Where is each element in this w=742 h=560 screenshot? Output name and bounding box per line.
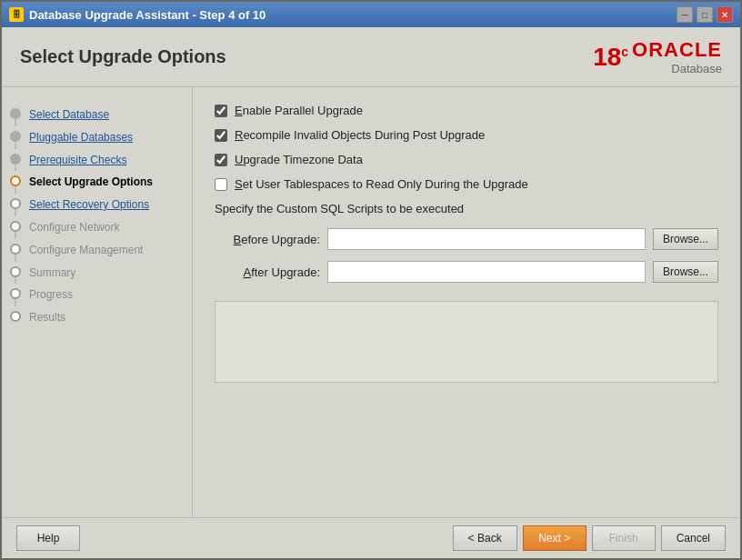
step-label-5[interactable]: Select Recovery Options bbox=[29, 194, 149, 216]
step-dot-9 bbox=[10, 288, 21, 299]
step-label-3[interactable]: Prerequisite Checks bbox=[29, 149, 126, 172]
before-browse-button[interactable]: Browse... bbox=[653, 228, 718, 250]
step-label-9: Progress bbox=[29, 284, 73, 306]
step-indicator-8 bbox=[2, 262, 29, 285]
after-upgrade-row: After Upgrade: Browse... bbox=[229, 261, 718, 283]
recompile-invalid-objects-label: Recompile Invalid Objects During Post Up… bbox=[235, 128, 485, 142]
sidebar-item-select-upgrade-options: Select Upgrade Options bbox=[2, 171, 192, 194]
sidebar-item-select-recovery-options[interactable]: Select Recovery Options bbox=[2, 194, 192, 216]
set-tablespaces-readonly-label: Set User Tablespaces to Read Only During… bbox=[235, 177, 528, 191]
title-controls[interactable]: ─ □ ✕ bbox=[677, 6, 733, 23]
step-indicator-7 bbox=[2, 239, 29, 262]
step-list: Select Database Pluggable Databases bbox=[2, 96, 192, 336]
sidebar-item-configure-management: Configure Management bbox=[2, 239, 192, 262]
step-line-9 bbox=[15, 299, 16, 306]
back-button[interactable]: < Back bbox=[453, 525, 517, 551]
sidebar-item-select-database[interactable]: Select Database bbox=[2, 104, 192, 126]
footer-nav-buttons: < Back Next > Finish Cancel bbox=[453, 525, 726, 551]
step-indicator-1 bbox=[2, 104, 29, 126]
option-row-3: Upgrade Timezone Data bbox=[215, 153, 718, 166]
next-button[interactable]: Next > bbox=[523, 525, 587, 551]
after-upgrade-label: After Upgrade: bbox=[229, 265, 320, 279]
sidebar: Select Database Pluggable Databases bbox=[2, 87, 193, 517]
sidebar-item-configure-network: Configure Network bbox=[2, 216, 192, 239]
content-area: Enable Parallel Upgrade Recompile Invali… bbox=[193, 87, 740, 517]
before-upgrade-label: Before Upgrade: bbox=[229, 233, 320, 246]
app-icon: 🗄 bbox=[9, 7, 24, 22]
enable-parallel-upgrade-label: Enable Parallel Upgrade bbox=[235, 104, 363, 117]
before-upgrade-row: Before Upgrade: Browse... bbox=[229, 228, 718, 250]
step-dot-5 bbox=[10, 198, 21, 209]
step-dot-10 bbox=[10, 311, 21, 322]
main-window: 🗄 Database Upgrade Assistant - Step 4 of… bbox=[0, 0, 742, 560]
cancel-button[interactable]: Cancel bbox=[661, 525, 726, 551]
set-tablespaces-readonly-checkbox[interactable] bbox=[215, 178, 227, 191]
upgrade-timezone-checkbox[interactable] bbox=[215, 154, 227, 166]
oracle-version-badge: 18c bbox=[593, 45, 628, 70]
option-row-1: Enable Parallel Upgrade bbox=[215, 104, 718, 117]
step-label-10: Results bbox=[29, 306, 65, 329]
main-content: Select Database Pluggable Databases bbox=[2, 87, 740, 517]
step-dot-4 bbox=[10, 175, 21, 186]
log-area bbox=[215, 301, 718, 383]
step-dot-1 bbox=[10, 108, 21, 119]
after-upgrade-input[interactable] bbox=[327, 261, 646, 283]
step-dot-6 bbox=[10, 221, 21, 232]
step-indicator-5 bbox=[2, 194, 29, 216]
step-dot-7 bbox=[10, 244, 21, 255]
step-line-7 bbox=[15, 255, 16, 262]
step-indicator-3 bbox=[2, 149, 29, 172]
step-line-4 bbox=[15, 186, 16, 194]
sql-section-label: Specify the Custom SQL Scripts to be exe… bbox=[215, 202, 718, 215]
oracle-version: 18c bbox=[593, 43, 628, 71]
sidebar-item-pluggable-databases[interactable]: Pluggable Databases bbox=[2, 126, 192, 149]
step-indicator-6 bbox=[2, 216, 29, 239]
step-line-6 bbox=[15, 232, 16, 239]
maximize-button[interactable]: □ bbox=[697, 6, 713, 23]
oracle-logo: 18c ORACLE Database bbox=[593, 38, 722, 75]
step-line-8 bbox=[15, 277, 16, 285]
step-indicator-10 bbox=[2, 306, 29, 329]
step-line-1 bbox=[15, 119, 16, 126]
oracle-brand: ORACLE bbox=[632, 38, 722, 61]
enable-parallel-upgrade-checkbox[interactable] bbox=[215, 105, 227, 117]
step-indicator-9 bbox=[2, 284, 29, 306]
header-area: Select Upgrade Options 18c ORACLE Databa… bbox=[2, 27, 740, 87]
step-label-8: Summary bbox=[29, 262, 75, 285]
step-indicator-4 bbox=[2, 171, 29, 194]
minimize-button[interactable]: ─ bbox=[677, 6, 693, 23]
upgrade-timezone-label: Upgrade Timezone Data bbox=[235, 153, 363, 166]
step-label-1[interactable]: Select Database bbox=[29, 104, 109, 126]
step-indicator-2 bbox=[2, 126, 29, 149]
sidebar-item-progress: Progress bbox=[2, 284, 192, 306]
step-label-4: Select Upgrade Options bbox=[29, 171, 153, 194]
title-bar-left: 🗄 Database Upgrade Assistant - Step 4 of… bbox=[9, 7, 266, 22]
oracle-brand-block: ORACLE Database bbox=[632, 38, 722, 75]
sidebar-item-prerequisite-checks[interactable]: Prerequisite Checks bbox=[2, 149, 192, 172]
step-label-6: Configure Network bbox=[29, 216, 119, 239]
sidebar-item-summary: Summary bbox=[2, 262, 192, 285]
sidebar-item-results: Results bbox=[2, 306, 192, 329]
step-dot-3 bbox=[10, 154, 21, 165]
after-browse-button[interactable]: Browse... bbox=[653, 261, 718, 283]
window-title: Database Upgrade Assistant - Step 4 of 1… bbox=[29, 8, 266, 22]
finish-button[interactable]: Finish bbox=[592, 525, 656, 551]
option-row-4: Set User Tablespaces to Read Only During… bbox=[215, 177, 718, 191]
page-title: Select Upgrade Options bbox=[20, 46, 226, 67]
close-button[interactable]: ✕ bbox=[717, 6, 733, 23]
option-row-2: Recompile Invalid Objects During Post Up… bbox=[215, 128, 718, 142]
recompile-invalid-objects-checkbox[interactable] bbox=[215, 129, 227, 142]
step-line-3 bbox=[15, 165, 16, 172]
step-line-5 bbox=[15, 209, 16, 216]
oracle-product: Database bbox=[632, 62, 722, 75]
step-line-2 bbox=[15, 142, 16, 149]
help-button[interactable]: Help bbox=[16, 525, 80, 551]
footer: Help < Back Next > Finish Cancel bbox=[2, 517, 740, 558]
before-upgrade-input[interactable] bbox=[327, 228, 646, 250]
step-label-7: Configure Management bbox=[29, 239, 143, 262]
step-label-2[interactable]: Pluggable Databases bbox=[29, 126, 133, 149]
title-bar: 🗄 Database Upgrade Assistant - Step 4 of… bbox=[2, 2, 740, 27]
step-dot-8 bbox=[10, 266, 21, 277]
step-dot-2 bbox=[10, 131, 21, 142]
